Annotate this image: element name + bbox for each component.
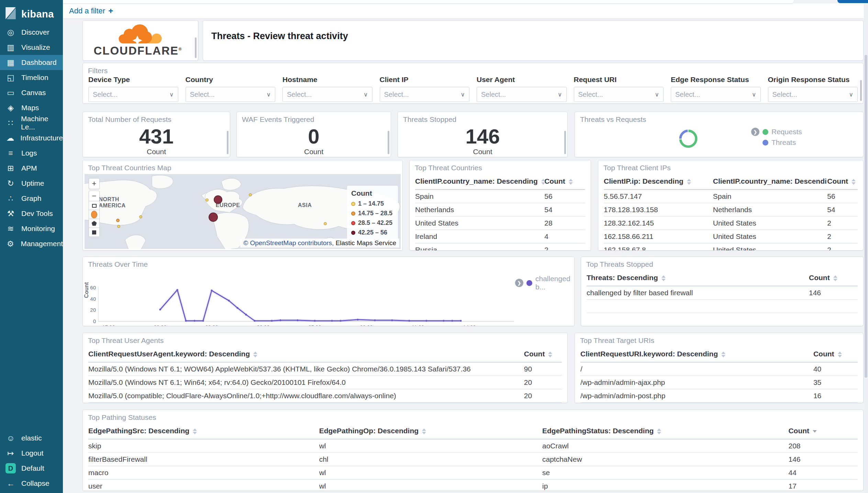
country-select[interactable]: Select...∨ bbox=[186, 87, 276, 102]
sidebar-item-discover[interactable]: ◎Discover bbox=[0, 25, 63, 40]
map-bubble-netherlands[interactable] bbox=[214, 195, 222, 204]
sidebar-item-graph[interactable]: ∴Graph bbox=[0, 191, 63, 206]
legend-range-label: 1 – 14.75 bbox=[358, 200, 384, 207]
select-placeholder: Select... bbox=[675, 91, 700, 99]
table-cell: 128.32.162.145 bbox=[604, 217, 713, 230]
column-header[interactable]: Count bbox=[809, 271, 858, 286]
table-cell: 56 bbox=[544, 190, 585, 203]
panel-filters: Filters Device TypeSelect...∨CountrySele… bbox=[82, 63, 864, 104]
legend-toggle-icon[interactable]: ❯ bbox=[751, 128, 759, 136]
map-bubble-united-states-south-1[interactable] bbox=[116, 219, 120, 222]
request-uri-select[interactable]: Select...∨ bbox=[574, 87, 664, 102]
page-scrollbar-thumb[interactable] bbox=[865, 55, 867, 378]
maps-icon: ◈ bbox=[5, 103, 16, 113]
world-map[interactable]: + − NORTH AMERICAEUROPEASIA Count 1 – 14… bbox=[85, 174, 401, 249]
column-header[interactable]: EdgePathingOp: Descending bbox=[319, 424, 542, 439]
table-cell: 5.56.57.147 bbox=[604, 190, 713, 203]
sidebar-item-collapse[interactable]: ←Collapse bbox=[0, 476, 63, 491]
map-legend-item: 42.25 – 56 bbox=[351, 229, 394, 236]
column-header[interactable]: Count bbox=[827, 174, 858, 190]
filter-label: Request URI bbox=[574, 76, 664, 84]
client-ip-select[interactable]: Select...∨ bbox=[380, 87, 470, 102]
map-bubble-united-kingdom[interactable] bbox=[205, 198, 209, 202]
scrollbar-thumb[interactable] bbox=[388, 131, 389, 154]
update-button-fragment[interactable] bbox=[837, 0, 868, 3]
hostname-select[interactable]: Select...∨ bbox=[282, 87, 372, 102]
column-header[interactable]: Count bbox=[813, 347, 858, 362]
sidebar-item-infrastructure[interactable]: ☁Infrastructure bbox=[0, 130, 63, 146]
column-header[interactable]: Count bbox=[788, 424, 858, 439]
table-row: skipwlaoCrawl208 bbox=[88, 439, 858, 453]
sidebar-item-label: Collapse bbox=[21, 479, 49, 488]
table-cell: challenged by filter based firewall bbox=[587, 286, 809, 300]
filter-hostname: HostnameSelect...∨ bbox=[282, 76, 372, 102]
scrollbar-thumb[interactable] bbox=[564, 131, 566, 154]
polygon-tool-button[interactable] bbox=[89, 219, 100, 228]
metric-value: 0 bbox=[237, 126, 391, 147]
rectangle-tool-button[interactable] bbox=[89, 228, 100, 237]
add-filter-link[interactable]: Add a filter bbox=[69, 7, 105, 15]
openstreetmap-link[interactable]: © OpenStreetMap contributors, bbox=[243, 239, 334, 246]
table-row: Spain56 bbox=[415, 190, 585, 203]
table-cell: 90 bbox=[524, 362, 562, 376]
column-header[interactable]: Threats: Descending bbox=[587, 271, 809, 286]
sidebar-item-monitoring[interactable]: ≋Monitoring bbox=[0, 221, 63, 236]
edge-response-status-select[interactable]: Select...∨ bbox=[671, 87, 761, 102]
sidebar-item-maps[interactable]: ◈Maps bbox=[0, 100, 63, 115]
sidebar-item-visualize[interactable]: ▥Visualize bbox=[0, 40, 63, 55]
scrollbar-thumb[interactable] bbox=[195, 37, 197, 58]
sidebar-item-logout[interactable]: ↦Logout bbox=[0, 446, 63, 461]
column-header[interactable]: ClientRequestURI.keyword: Descending bbox=[580, 347, 813, 362]
scrollbar-thumb[interactable] bbox=[860, 80, 862, 101]
column-header[interactable]: Count bbox=[524, 347, 562, 362]
column-header[interactable]: ClientRequestUserAgent.keyword: Descendi… bbox=[88, 347, 524, 362]
map-label-asia: ASIA bbox=[298, 202, 312, 208]
column-header[interactable]: ClientIP.ip: Descending bbox=[604, 174, 713, 190]
ellipse-tool-button[interactable] bbox=[89, 210, 100, 219]
legend-label[interactable]: Threats bbox=[771, 138, 796, 147]
sidebar-item-label: Machine Le... bbox=[21, 115, 63, 131]
crop-tool-button[interactable] bbox=[89, 201, 100, 210]
logs-icon: ≡ bbox=[5, 149, 16, 158]
legend-item-challenged: ❯ challenged b... bbox=[515, 275, 574, 291]
map-bubble-united-states-south-2[interactable] bbox=[117, 225, 120, 228]
origin-response-status-select[interactable]: Select...∨ bbox=[768, 87, 858, 102]
table-row: /wp-admin/admin-post.php16 bbox=[580, 389, 858, 403]
sidebar-item-logs[interactable]: ≡Logs bbox=[0, 146, 63, 161]
column-header[interactable]: ClientIP.country_name: Descending bbox=[713, 174, 827, 190]
sidebar-item-dev-tools[interactable]: ⚒Dev Tools bbox=[0, 206, 63, 221]
sidebar-item-timelion[interactable]: ◱Timelion bbox=[0, 70, 63, 85]
column-header[interactable]: ClientIP.country_name: Descending bbox=[415, 174, 544, 190]
user-agent-select[interactable]: Select...∨ bbox=[477, 87, 567, 102]
legend-toggle-icon[interactable]: ❯ bbox=[515, 279, 523, 287]
sidebar-item-dashboard[interactable]: ▦Dashboard bbox=[0, 55, 63, 70]
table-cell: Mozilla/5.0 (compatible; MSIE 9.0; Windo… bbox=[88, 403, 524, 403]
infrastructure-icon: ☁ bbox=[5, 134, 15, 143]
sidebar-item-uptime[interactable]: ↻Uptime bbox=[0, 176, 63, 191]
ellipse-icon bbox=[91, 211, 97, 218]
sidebar-item-canvas[interactable]: ▭Canvas bbox=[0, 85, 63, 100]
kibana-logo-row[interactable]: kibana bbox=[0, 0, 63, 26]
sidebar-item-machine-le[interactable]: ∷Machine Le... bbox=[0, 115, 63, 130]
select-placeholder: Select... bbox=[384, 91, 409, 99]
sidebar-item-elastic[interactable]: ☺elastic bbox=[0, 431, 63, 446]
panel-title: Threats Stopped bbox=[403, 115, 456, 124]
sidebar-item-default[interactable]: DDefault bbox=[0, 461, 63, 476]
page-scrollbar-track[interactable] bbox=[864, 0, 868, 493]
zoom-in-button[interactable]: + bbox=[89, 178, 100, 189]
zoom-out-button[interactable]: − bbox=[89, 191, 100, 202]
sidebar-item-management[interactable]: ⚙Management bbox=[0, 236, 63, 251]
map-attribution: © OpenStreetMap contributors, Elastic Ma… bbox=[240, 239, 399, 248]
legend-label[interactable]: Requests bbox=[771, 128, 802, 136]
plus-icon[interactable]: + bbox=[108, 6, 113, 16]
column-header[interactable]: EdgePathingStatus: Descending bbox=[542, 424, 788, 439]
column-header[interactable]: EdgePathingSrc: Descending bbox=[88, 424, 319, 439]
device-type-select[interactable]: Select...∨ bbox=[88, 87, 178, 102]
column-header[interactable]: Count bbox=[544, 174, 585, 190]
sidebar-item-label: Default bbox=[21, 464, 44, 472]
select-placeholder: Select... bbox=[93, 91, 118, 99]
sidebar-item-apm[interactable]: ⊞APM bbox=[0, 161, 63, 176]
scrollbar-thumb[interactable] bbox=[227, 131, 229, 154]
map-bubble-china[interactable] bbox=[324, 222, 327, 225]
legend-label[interactable]: challenged b... bbox=[535, 275, 574, 291]
